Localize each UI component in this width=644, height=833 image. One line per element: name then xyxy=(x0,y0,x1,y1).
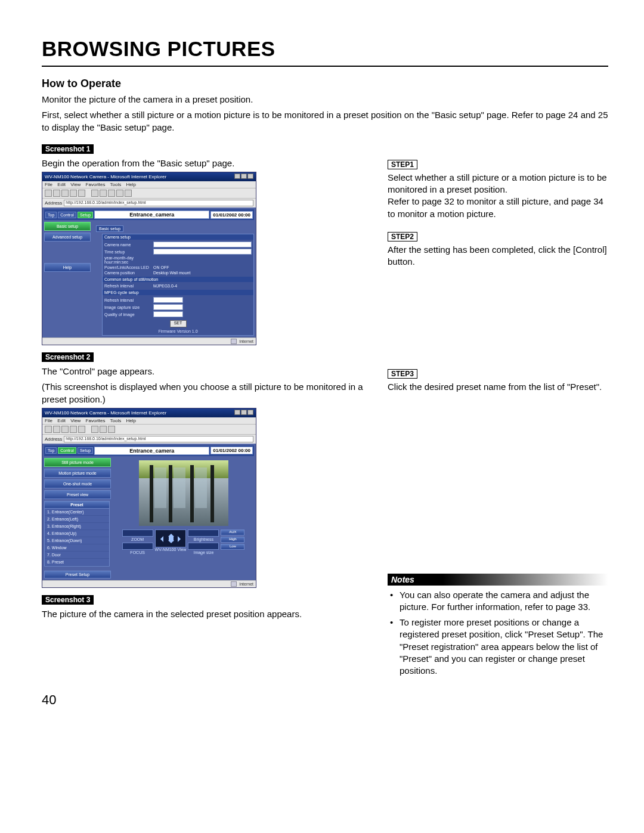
aux-button[interactable]: AUX xyxy=(221,529,244,535)
home-icon[interactable] xyxy=(78,190,85,197)
value-led[interactable]: ON OFF xyxy=(153,265,252,270)
label-led: Power/Link/Access LED xyxy=(104,265,151,270)
menu-view[interactable]: View xyxy=(70,182,80,187)
menubar[interactable]: File Edit View Favorites Tools Help xyxy=(42,181,256,188)
brightness-control[interactable] xyxy=(188,529,219,537)
top-button-control[interactable]: Control xyxy=(58,212,76,218)
favorites-icon-2[interactable] xyxy=(100,426,107,433)
form-section-common: Common setup of still/motion xyxy=(104,277,158,281)
select-rate[interactable] xyxy=(153,297,183,303)
menu-help[interactable]: Help xyxy=(126,182,136,187)
menu-edit[interactable]: Edit xyxy=(57,182,66,187)
refresh-icon[interactable] xyxy=(70,190,77,197)
print-icon[interactable] xyxy=(125,190,132,197)
screenshot-2: WV-NM100 Network Camera - Microsoft Inte… xyxy=(42,408,256,588)
tab-motion-picture[interactable]: Motion picture mode xyxy=(44,469,111,478)
section-title: How to Operate xyxy=(42,78,608,90)
window-titlebar: WV-NM100 Network Camera - Microsoft Inte… xyxy=(42,172,256,181)
screenshot-2-caption-a: The "Control" page appears. xyxy=(42,366,376,377)
menu-help-2[interactable]: Help xyxy=(126,418,136,423)
label-quality: Quality of image xyxy=(104,312,151,317)
menu-tools-2[interactable]: Tools xyxy=(110,418,122,423)
preset-item-4[interactable]: 4. Entrance(Up) xyxy=(45,530,109,537)
stop-icon-2[interactable] xyxy=(61,426,69,433)
menu-favorites[interactable]: Favorites xyxy=(86,182,106,187)
sub-button-1[interactable]: High xyxy=(221,537,244,543)
screenshot-2-tag: Screenshot 2 xyxy=(42,352,94,362)
top-button-setup[interactable]: Setup xyxy=(78,212,93,218)
input-time-setup[interactable] xyxy=(153,249,252,255)
toolbar-2[interactable] xyxy=(42,424,256,434)
preset-item-8[interactable]: 8. Preset xyxy=(45,559,109,566)
back-icon-2[interactable] xyxy=(45,426,52,433)
top-button-control-2[interactable]: Control xyxy=(58,447,76,454)
preset-item-3[interactable]: 3. Entrance(Right) xyxy=(45,523,109,530)
preset-item-1[interactable]: 1. Entrance(Center) xyxy=(45,509,109,516)
top-button-top[interactable]: Top xyxy=(45,212,57,218)
preset-item-2[interactable]: 2. Entrance(Left) xyxy=(45,516,109,523)
ptz-arrows[interactable] xyxy=(155,529,186,547)
menubar-2[interactable]: File Edit View Favorites Tools Help xyxy=(42,417,256,424)
window-titlebar-2: WV-NM100 Network Camera - Microsoft Inte… xyxy=(42,408,256,417)
step2-text: After the setting has been completed, cl… xyxy=(388,244,608,268)
search-icon-2[interactable] xyxy=(91,426,98,433)
screenshot-3-tag: Screenshot 3 xyxy=(42,595,94,605)
arrow-left-icon[interactable] xyxy=(157,536,163,542)
select-size[interactable] xyxy=(153,304,183,310)
address-input[interactable]: http://192.168.0.10/admin/index_setup.ht… xyxy=(64,200,253,206)
window-buttons[interactable] xyxy=(234,174,253,180)
sub-button-2[interactable]: Low xyxy=(221,544,244,550)
side-tab-help[interactable]: Help xyxy=(44,263,91,272)
side-tab-advanced-setup[interactable]: Advanced setup xyxy=(44,233,91,241)
preset-item-7[interactable]: 7. Door xyxy=(45,552,109,559)
forward-icon[interactable] xyxy=(53,190,60,197)
input-camera-name[interactable] xyxy=(153,241,252,247)
history-icon-2[interactable] xyxy=(108,426,115,433)
top-button-top-2[interactable]: Top xyxy=(45,447,57,454)
menu-file[interactable]: File xyxy=(45,182,52,187)
mail-icon[interactable] xyxy=(116,190,123,197)
preset-item-6[interactable]: 6. Window xyxy=(45,544,109,552)
image-size-control[interactable] xyxy=(188,543,219,550)
address-input-2[interactable]: http://192.168.0.10/admin/index_setup.ht… xyxy=(64,436,253,442)
menu-tools[interactable]: Tools xyxy=(110,182,122,187)
preset-item-5[interactable]: 5. Entrance(Down) xyxy=(45,537,109,544)
intro-line-2: First, select whether a still picture or… xyxy=(42,109,608,134)
app-top-bar: Top Control Setup Entrance_camera 01/01/… xyxy=(44,209,254,220)
page-number: 40 xyxy=(42,692,608,708)
toolbar[interactable] xyxy=(42,188,256,198)
side-tab-basic-setup[interactable]: Basic setup xyxy=(44,222,91,231)
focus-control[interactable] xyxy=(122,543,153,550)
window-buttons-2[interactable] xyxy=(234,410,253,416)
value-refresh[interactable]: MJPEG3.0-4 xyxy=(153,284,252,288)
address-bar[interactable]: Address http://192.168.0.10/admin/index_… xyxy=(42,198,256,208)
stop-icon[interactable] xyxy=(61,190,69,197)
history-icon[interactable] xyxy=(108,190,115,197)
preset-setup-button[interactable]: Preset Setup xyxy=(44,571,111,578)
back-icon[interactable] xyxy=(45,190,52,197)
select-quality[interactable] xyxy=(153,311,183,317)
set-button[interactable]: SET xyxy=(170,320,187,327)
intro-line-1: Monitor the picture of the camera in a p… xyxy=(42,94,608,106)
search-icon[interactable] xyxy=(91,190,98,197)
address-bar-2[interactable]: Address http://192.168.0.10/admin/index_… xyxy=(42,434,256,444)
step3-label: STEP3 xyxy=(388,369,417,379)
home-icon-2[interactable] xyxy=(78,426,85,433)
zoom-control[interactable] xyxy=(122,529,153,537)
tab-one-shot[interactable]: One-shot mode xyxy=(44,479,111,488)
top-button-setup-2[interactable]: Setup xyxy=(78,447,93,454)
tab-preset-view[interactable]: Preset view xyxy=(44,490,111,499)
favorites-icon[interactable] xyxy=(100,190,107,197)
value-position[interactable]: Desktop Wall mount xyxy=(153,271,252,275)
camera-datetime: 01/01/2002 00:00 xyxy=(210,211,253,219)
arrow-up-icon[interactable] xyxy=(168,531,174,537)
refresh-icon-2[interactable] xyxy=(70,426,77,433)
menu-file-2[interactable]: File xyxy=(45,418,52,423)
menu-view-2[interactable]: View xyxy=(70,418,80,423)
menu-edit-2[interactable]: Edit xyxy=(57,418,66,423)
forward-icon-2[interactable] xyxy=(53,426,60,433)
arrow-center-icon[interactable] xyxy=(169,537,174,541)
menu-favorites-2[interactable]: Favorites xyxy=(86,418,106,423)
tab-still-picture[interactable]: Still picture mode xyxy=(44,458,111,467)
arrow-right-icon[interactable] xyxy=(178,536,184,542)
